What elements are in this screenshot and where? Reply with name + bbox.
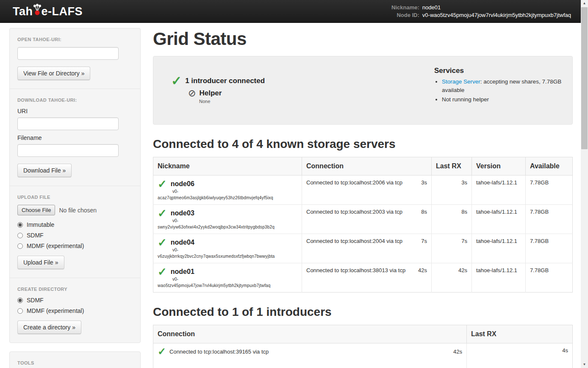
logo-text-suffix: e-LAFS <box>42 5 83 18</box>
last-rx-cell: 3s <box>432 176 472 205</box>
connection-cell: ✓Connected to tcp:localhost:39165 via tc… <box>153 343 467 368</box>
storage-servers-heading: Connected to 4 of 4 known storage server… <box>153 137 573 151</box>
grid-status-summary: ✓ 1 introducer connected ⊘ Helper None S… <box>153 56 573 125</box>
connection-cell: Connected to tcp:localhost:2006 via tcp3… <box>302 176 432 205</box>
radio-label: MDMF (experimental) <box>27 307 84 314</box>
service-item: Not running helper <box>442 95 564 104</box>
server-id-hash: wao5tzv45pmoju47jow7rvl4ukirjm5ytbh2kjty… <box>158 283 297 288</box>
services-title: Services <box>434 67 564 75</box>
tools-box: TOOLS Recent and Active Operations <box>9 351 141 368</box>
sidebar-divider <box>10 186 140 186</box>
services-panel: Services Storage Server: accepting new s… <box>434 66 564 113</box>
uri-field-label: URI <box>17 108 133 114</box>
connection-time: 42s <box>453 347 462 355</box>
connection-cell: Connected to tcp:localhost:2004 via tcp7… <box>302 234 432 263</box>
storage-server-link[interactable]: Storage Server <box>442 78 480 85</box>
helper-title: Helper <box>199 89 222 98</box>
check-icon: ✓ <box>171 76 182 86</box>
introducer-status-text: 1 introducer connected <box>185 77 265 85</box>
radio-mdmf-experimental-[interactable] <box>17 308 23 314</box>
upload-file-button[interactable]: Upload File » <box>17 256 64 269</box>
connection-time: 8s <box>421 209 427 215</box>
radio-option-row: Immutable <box>17 221 133 228</box>
upload-file-section: UPLOAD FILE Choose File No file chosen I… <box>17 195 133 269</box>
table-row: ✓node03v0-swny2viyw63ofxwi4x2yykd2woqjbp… <box>153 205 573 234</box>
tahoe-lafs-logo: Tah e-LAFS <box>13 4 83 18</box>
download-file-button[interactable]: Download File » <box>17 164 72 177</box>
available-cell: 7.78GB <box>526 234 573 263</box>
node-info: Nickname: node01 Node ID: v0-wao5tzv45pm… <box>391 4 571 19</box>
service-text: Not running helper <box>442 96 489 103</box>
version-cell: tahoe-lafs/1.12.1 <box>472 176 526 205</box>
available-cell: 7.78GB <box>526 176 573 205</box>
view-file-button[interactable]: View File or Directory » <box>17 67 90 80</box>
server-id-hash: acaz7qptmeo6m3asjlgkb6iwlyuqey53hz26tbdm… <box>158 195 297 201</box>
introducers-heading: Connected to 1 of 1 introducers <box>153 305 573 319</box>
download-uri-input[interactable] <box>17 117 119 130</box>
directory-format-radios: SDMFMDMF (experimental) <box>17 297 133 314</box>
connection-time: 42s <box>418 267 427 273</box>
upload-file-label: UPLOAD FILE <box>17 195 133 200</box>
choose-file-button[interactable]: Choose File <box>17 205 55 215</box>
scrollbar-thumb[interactable] <box>581 7 588 149</box>
server-nickname: node01 <box>171 268 194 276</box>
connection-text: Connected to tcp:localhost:2004 via tcp <box>306 238 402 244</box>
radio-immutable[interactable] <box>17 222 23 228</box>
table-row: ✓Connected to tcp:localhost:39165 via tc… <box>153 343 573 368</box>
scroll-up-arrow-icon[interactable]: ▲ <box>581 0 588 7</box>
nickname-cell: ✓node04v0-v6zuyjkbrrkqy2bvc2cny7qwax5sxu… <box>153 234 302 263</box>
column-header-available: Available <box>526 157 573 176</box>
version-cell: tahoe-lafs/1.12.1 <box>472 263 526 293</box>
server-nickname: node04 <box>171 239 194 246</box>
check-icon: ✓ <box>158 267 167 276</box>
service-item: Storage Server: accepting new shares, 7.… <box>442 78 564 94</box>
radio-option-row: SDMF <box>17 232 133 239</box>
sidebar-divider <box>10 89 140 89</box>
create-directory-button[interactable]: Create a directory » <box>17 321 81 334</box>
radio-option-row: MDMF (experimental) <box>17 243 133 249</box>
node-id-value: v0-wao5tzv45pmoju47jow7rvl4ukirjm5ytbh2k… <box>422 12 571 19</box>
connection-text: Connected to tcp:localhost:38013 via tcp <box>306 267 405 273</box>
create-directory-section: CREATE DIRECTORY SDMFMDMF (experimental)… <box>17 287 133 334</box>
radio-sdmf[interactable] <box>17 298 23 303</box>
check-icon: ✓ <box>158 179 167 189</box>
nickname-value: node01 <box>422 4 571 11</box>
open-uri-section: OPEN TAHOE-URI: View File or Directory » <box>17 37 133 80</box>
server-id-hash: v6zuyjkbrrkqy2bvc2cny7qwax5sxumedsxfzfjw… <box>158 254 297 259</box>
last-rx-cell: 7s <box>432 234 472 263</box>
sidebar: OPEN TAHOE-URI: View File or Directory »… <box>9 28 141 368</box>
scroll-down-arrow-icon[interactable]: ▼ <box>581 361 588 368</box>
radio-sdmf[interactable] <box>17 233 23 238</box>
radio-label: SDMF <box>27 232 44 239</box>
helper-value: None <box>199 99 265 104</box>
available-cell: 7.78GB <box>526 205 573 234</box>
radio-mdmf-experimental-[interactable] <box>17 243 23 249</box>
server-nickname: node03 <box>171 209 194 217</box>
tahoe-balloon-icon <box>33 4 42 15</box>
nickname-cell: ✓node06v0-acaz7qptmeo6m3asjlgkb6iwlyuqey… <box>153 176 302 205</box>
connection-cell: Connected to tcp:localhost:2003 via tcp8… <box>302 205 432 234</box>
check-icon: ✓ <box>158 209 167 218</box>
column-header-connection: Connection <box>302 157 432 176</box>
last-rx-cell: 42s <box>432 263 472 293</box>
top-header: Tah e-LAFS Nickname: node01 Node ID: v0-… <box>0 0 588 23</box>
open-uri-input[interactable] <box>17 47 119 60</box>
main-content: Grid Status ✓ 1 introducer connected ⊘ H… <box>153 28 573 368</box>
column-header-nickname: Nickname <box>153 157 302 176</box>
column-header-connection: Connection <box>153 325 467 343</box>
server-nickname: node06 <box>171 180 194 188</box>
storage-servers-table: NicknameConnectionLast RXVersionAvailabl… <box>153 157 573 293</box>
nickname-cell: ✓node03v0-swny2viyw63ofxwi4x2yykd2woqjbp… <box>153 205 302 234</box>
table-row: ✓node01v0-wao5tzv45pmoju47jow7rvl4ukirjm… <box>153 263 573 293</box>
download-uri-section: DOWNLOAD TAHOE-URI: URI Filename Downloa… <box>17 98 133 177</box>
radio-option-row: MDMF (experimental) <box>17 307 133 314</box>
download-filename-input[interactable] <box>17 144 119 157</box>
connection-cell: Connected to tcp:localhost:38013 via tcp… <box>302 263 432 293</box>
nickname-cell: ✓node01v0-wao5tzv45pmoju47jow7rvl4ukirjm… <box>153 263 302 293</box>
vertical-scrollbar[interactable]: ▲ ▼ <box>581 0 588 368</box>
radio-label: MDMF (experimental) <box>27 243 84 249</box>
column-header-last-rx: Last RX <box>467 325 573 343</box>
connection-text: Connected to tcp:localhost:2006 via tcp <box>306 179 402 186</box>
server-id-hash: swny2viyw63ofxwi4x2yykd2woqjbpx3cw34xtri… <box>158 224 297 230</box>
upload-format-radios: ImmutableSDMFMDMF (experimental) <box>17 221 133 249</box>
